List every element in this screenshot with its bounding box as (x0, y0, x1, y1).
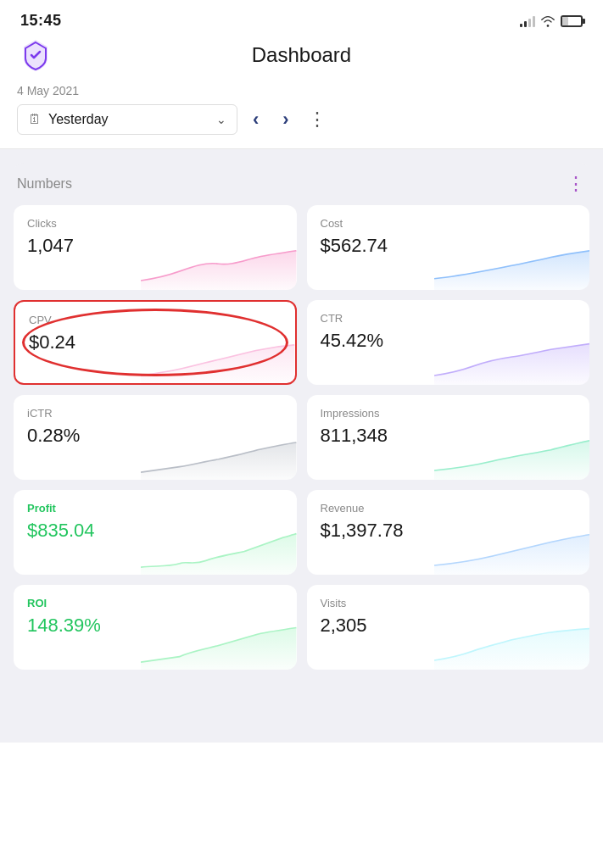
metric-card-roi[interactable]: ROI 148.39% (14, 585, 297, 670)
metric-label-ctr: CTR (321, 312, 577, 325)
metric-card-clicks[interactable]: Clicks 1,047 (14, 205, 297, 290)
metric-label-cpv: CPV (29, 314, 282, 326)
metric-label-ictr: iCTR (27, 407, 283, 420)
cards-grid: Clicks 1,047 Cost $562.74 (14, 205, 589, 670)
page-title: Dashboard (252, 43, 351, 67)
sparkline-clicks (141, 243, 296, 290)
sparkline-cpv (141, 337, 294, 383)
metric-label-revenue: Revenue (321, 502, 577, 515)
sparkline-impressions (434, 433, 589, 480)
wifi-icon (540, 15, 556, 27)
status-time: 15:45 (20, 12, 62, 30)
app-logo (17, 36, 54, 74)
metric-card-visits[interactable]: Visits 2,305 (307, 585, 590, 670)
calendar-icon: 🗓 (28, 112, 42, 127)
section-menu-button[interactable]: ⋮ (567, 173, 586, 195)
metric-label-cost: Cost (321, 217, 577, 230)
date-label: 4 May 2021 (17, 84, 586, 97)
sparkline-ictr (141, 433, 296, 480)
metric-card-ctr[interactable]: CTR 45.42% (307, 300, 590, 385)
metric-card-ictr[interactable]: iCTR 0.28% (14, 395, 297, 480)
battery-icon (561, 15, 583, 27)
metric-card-cost[interactable]: Cost $562.74 (307, 205, 590, 290)
more-options-button[interactable]: ⋮ (308, 108, 327, 131)
status-icons (520, 15, 583, 27)
sparkline-profit (141, 528, 296, 575)
numbers-section: Numbers ⋮ Clicks 1,047 Cost $562.74 (14, 163, 589, 670)
metric-card-revenue[interactable]: Revenue $1,397.78 (307, 490, 590, 575)
signal-icon (520, 15, 535, 27)
metric-label-visits: Visits (321, 597, 577, 609)
next-arrow[interactable]: › (277, 105, 293, 134)
main-content: Numbers ⋮ Clicks 1,047 Cost $562.74 (0, 149, 603, 743)
metric-card-cpv[interactable]: CPV $0.24 (14, 300, 297, 385)
metric-label-profit: Profit (27, 502, 283, 515)
metric-label-clicks: Clicks (27, 217, 283, 230)
sparkline-ctr (434, 338, 589, 385)
header: Dashboard (0, 36, 603, 77)
metric-label-impressions: Impressions (321, 407, 577, 420)
sparkline-roi (141, 623, 296, 670)
sparkline-cost (434, 243, 589, 290)
metric-card-profit[interactable]: Profit $835.04 (14, 490, 297, 575)
metric-card-impressions[interactable]: Impressions 811,348 (307, 395, 590, 480)
status-bar: 15:45 (0, 0, 603, 36)
filter-row: 🗓 Yesterday ⌄ ‹ › ⋮ (17, 104, 586, 135)
date-selector[interactable]: 🗓 Yesterday ⌄ (17, 104, 237, 135)
section-header: Numbers ⋮ (14, 163, 589, 205)
sparkline-visits (434, 623, 589, 670)
date-selector-text: Yesterday (48, 112, 209, 127)
metric-label-roi: ROI (27, 597, 283, 609)
chevron-down-icon: ⌄ (216, 113, 226, 126)
prev-arrow[interactable]: ‹ (248, 105, 264, 134)
filter-bar: 4 May 2021 🗓 Yesterday ⌄ ‹ › ⋮ (0, 77, 603, 149)
section-title: Numbers (17, 176, 72, 192)
nav-arrows: ‹ › (248, 105, 294, 134)
sparkline-revenue (434, 528, 589, 575)
